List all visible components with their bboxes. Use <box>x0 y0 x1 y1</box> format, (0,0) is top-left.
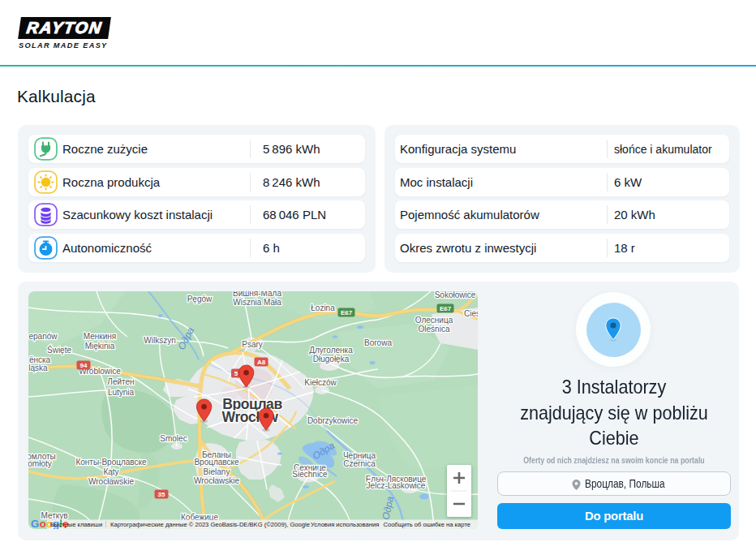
svg-text:E67: E67 <box>341 309 353 316</box>
svg-text:Wisznia Mała: Wisznia Mała <box>233 298 281 307</box>
svg-text:Miękinia: Miękinia <box>85 342 115 351</box>
svg-text:ląska: ląska <box>28 364 48 372</box>
svg-text:Картографические данные © 2023: Картографические данные © 2023 GeoBasis-… <box>110 521 310 528</box>
svg-text:Psary: Psary <box>242 340 263 349</box>
svg-text:Kiełczów: Kiełczów <box>304 378 337 387</box>
svg-text:Oleśnica: Oleśnica <box>419 325 450 333</box>
svg-text:Вишня-Мала: Вишня-Мала <box>233 291 281 298</box>
svg-text:35: 35 <box>158 491 165 498</box>
svg-text:epanów: epanów <box>28 332 58 341</box>
svg-text:Wrocławskie: Wrocławskie <box>88 477 134 486</box>
svg-text:Pęgów: Pęgów <box>187 295 213 303</box>
svg-text:Lutynia: Lutynia <box>108 388 135 397</box>
svg-text:Конты-Вроцлавске: Конты-Вроцлавске <box>75 458 147 467</box>
svg-text:Wrocławskie: Wrocławskie <box>194 476 239 485</box>
svg-text:Быстрые клавиши: Быстрые клавиши <box>50 521 102 528</box>
svg-text:Smolec: Smolec <box>160 434 187 443</box>
svg-text:Czernica: Czernica <box>343 459 376 468</box>
svg-text:Cieśle: Cieśle <box>464 309 478 318</box>
svg-text:Łozina: Łozina <box>311 303 335 312</box>
svg-text:5: 5 <box>234 370 238 377</box>
svg-text:Siechnice: Siechnice <box>292 470 328 479</box>
svg-text:Dobrzykowice: Dobrzykowice <box>307 416 359 425</box>
svg-text:94: 94 <box>80 362 88 369</box>
svg-text:Сообщить об ошибке на карте: Сообщить об ошибке на карте <box>383 521 470 528</box>
svg-text:E67: E67 <box>440 305 452 312</box>
svg-text:Wilkszyn: Wilkszyn <box>144 336 175 345</box>
svg-text:Олесница: Олесница <box>415 316 453 325</box>
svg-text:Лейтен: Лейтен <box>107 377 134 386</box>
svg-text:omłoty: omłoty <box>28 459 52 468</box>
svg-text:Кąty: Кąty <box>103 467 118 476</box>
svg-text:Условия использования: Условия использования <box>311 521 379 528</box>
svg-text:Менкиня: Менкиня <box>84 332 116 341</box>
svg-text:Sokołowice: Sokołowice <box>435 291 476 299</box>
svg-text:Jelcz-Laskowice: Jelcz-Laskowice <box>367 481 426 490</box>
svg-text:Bielany: Bielany <box>204 467 230 476</box>
svg-text:Święte: Święte <box>47 345 71 355</box>
svg-text:Borowa: Borowa <box>364 338 392 347</box>
svg-text:A8: A8 <box>257 359 266 366</box>
svg-text:Длуголенка: Длуголенка <box>309 346 353 355</box>
svg-text:Вроцлавске: Вроцлавске <box>194 458 239 467</box>
svg-text:Długołęka: Długołęka <box>313 355 350 364</box>
